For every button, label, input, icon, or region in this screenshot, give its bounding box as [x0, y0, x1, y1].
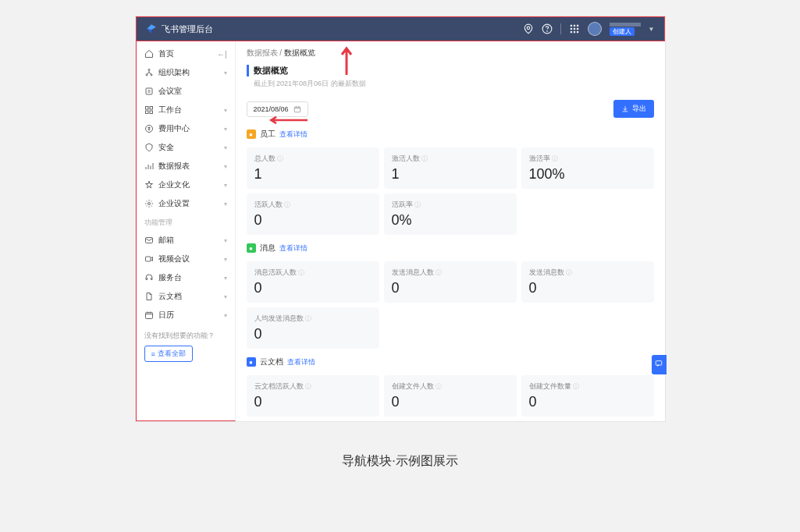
- sidebar-item-service[interactable]: 服务台▾: [137, 268, 235, 287]
- chevron-down-icon[interactable]: ▾: [224, 275, 227, 282]
- group-icon: ●: [247, 129, 256, 139]
- sidebar-item-settings[interactable]: 企业设置▾: [137, 194, 235, 213]
- avatar[interactable]: [588, 22, 602, 36]
- metric-value: 0: [254, 280, 372, 296]
- nav-label: 首页: [158, 48, 174, 59]
- chevron-down-icon[interactable]: ▾: [224, 182, 227, 189]
- svg-rect-19: [150, 111, 153, 114]
- sidebar-section-label: 功能管理: [137, 213, 235, 231]
- collapse-icon[interactable]: ←|: [217, 50, 227, 59]
- security-icon: [144, 143, 154, 152]
- svg-rect-24: [145, 313, 152, 319]
- metric-label: 活跃人数 ⓘ: [254, 200, 372, 210]
- metric-label: 云文档活跃人数 ⓘ: [254, 381, 372, 392]
- help-icon[interactable]: ⓘ: [436, 382, 442, 391]
- metric-value: 0: [392, 394, 509, 410]
- nav-label: 企业设置: [158, 198, 190, 209]
- sidebar-item-meeting[interactable]: 会议室: [137, 82, 235, 101]
- chevron-down-icon[interactable]: ▾: [224, 126, 227, 133]
- svg-point-13: [146, 74, 148, 76]
- cost-icon: [144, 124, 154, 133]
- logo-icon: [146, 23, 157, 34]
- svg-rect-18: [145, 111, 148, 114]
- svg-rect-16: [145, 107, 148, 110]
- group-detail-link[interactable]: 查看详情: [279, 243, 308, 254]
- svg-rect-9: [570, 31, 571, 33]
- svg-rect-11: [576, 31, 578, 33]
- svg-point-12: [148, 69, 150, 71]
- help-icon[interactable]: [542, 23, 553, 34]
- chevron-down-icon[interactable]: ▾: [224, 144, 227, 151]
- view-all-button[interactable]: ≡查看全部: [144, 346, 193, 362]
- svg-point-2: [546, 31, 547, 32]
- date-input[interactable]: 2021/08/06: [247, 101, 308, 117]
- metric-label: 激活率 ⓘ: [529, 154, 646, 164]
- export-button[interactable]: 导出: [613, 100, 654, 118]
- divider: [560, 23, 561, 34]
- chevron-down-icon[interactable]: ▾: [224, 237, 227, 244]
- svg-rect-17: [150, 107, 153, 110]
- sidebar-item-mail[interactable]: 邮箱▾: [137, 231, 235, 250]
- sidebar-item-home[interactable]: 首页←|: [137, 44, 235, 63]
- group-detail-link[interactable]: 查看详情: [287, 357, 315, 367]
- metric-value: 100%: [529, 166, 646, 183]
- svg-point-14: [151, 74, 152, 76]
- help-icon[interactable]: ⓘ: [305, 314, 311, 323]
- help-icon[interactable]: ⓘ: [436, 268, 442, 277]
- user-badge[interactable]: 创建人: [610, 23, 641, 36]
- nav-label: 组织架构: [158, 67, 190, 78]
- logo[interactable]: 飞书管理后台: [146, 23, 213, 35]
- home-icon: [144, 49, 154, 59]
- metric-card: 发送消息人数 ⓘ0: [384, 261, 517, 303]
- apps-icon[interactable]: [569, 23, 580, 34]
- chevron-down-icon[interactable]: ▾: [224, 69, 227, 76]
- metric-card: 激活人数 ⓘ1: [384, 147, 517, 189]
- chevron-down-icon[interactable]: ▾: [224, 293, 227, 300]
- metric-card: 活跃率 ⓘ0%: [384, 193, 517, 235]
- chevron-down-icon[interactable]: ▼: [649, 26, 655, 33]
- culture-icon: [144, 180, 154, 190]
- metric-card: 消息活跃人数 ⓘ0: [247, 261, 379, 303]
- help-icon[interactable]: ⓘ: [277, 154, 283, 163]
- content: 数据报表 / 数据概览 数据概览 截止到 2021年08月06日 的最新数据 2…: [236, 41, 665, 421]
- chevron-down-icon[interactable]: ▾: [224, 107, 227, 114]
- sidebar-item-video[interactable]: 视频会议▾: [137, 250, 235, 268]
- chevron-down-icon[interactable]: ▾: [224, 163, 227, 170]
- settings-icon: [144, 199, 154, 208]
- chevron-down-icon[interactable]: ▾: [224, 256, 227, 263]
- feedback-tab[interactable]: 欢迎反馈: [652, 355, 667, 374]
- help-icon[interactable]: ⓘ: [298, 268, 304, 277]
- sidebar-item-culture[interactable]: 企业文化▾: [137, 176, 235, 194]
- help-icon[interactable]: ⓘ: [573, 382, 579, 391]
- sidebar-item-org[interactable]: 组织架构▾: [137, 63, 235, 82]
- sidebar-item-calendar[interactable]: 日历▾: [137, 306, 235, 325]
- sidebar-item-workspace[interactable]: 工作台▾: [137, 101, 235, 119]
- breadcrumb-parent[interactable]: 数据报表: [247, 48, 278, 57]
- help-icon[interactable]: ⓘ: [305, 382, 311, 391]
- help-icon[interactable]: ⓘ: [284, 200, 290, 209]
- help-icon[interactable]: ⓘ: [552, 154, 558, 163]
- sidebar-item-cost[interactable]: 费用中心▾: [137, 119, 235, 138]
- download-icon: [621, 105, 629, 113]
- metric-label: 总人数 ⓘ: [254, 154, 372, 164]
- group-header: ●消息查看详情: [236, 239, 665, 257]
- help-icon[interactable]: ⓘ: [421, 154, 428, 163]
- svg-rect-10: [573, 31, 574, 33]
- help-icon[interactable]: ⓘ: [414, 200, 421, 209]
- sidebar-item-security[interactable]: 安全▾: [137, 138, 235, 157]
- breadcrumb: 数据报表 / 数据概览: [236, 41, 665, 62]
- metric-value: 0: [254, 394, 372, 410]
- metric-value: 0: [254, 212, 372, 229]
- location-icon[interactable]: [523, 23, 534, 34]
- nav-label: 邮箱: [158, 235, 174, 246]
- header-right: 创建人 ▼: [523, 22, 655, 36]
- sidebar-item-docs[interactable]: 云文档▾: [137, 287, 235, 306]
- svg-rect-4: [573, 25, 574, 27]
- help-icon[interactable]: ⓘ: [566, 268, 572, 277]
- chevron-down-icon[interactable]: ▾: [224, 312, 227, 319]
- group-detail-link[interactable]: 查看详情: [279, 129, 308, 140]
- chevron-down-icon[interactable]: ▾: [224, 200, 227, 207]
- annotation-arrow-up: [339, 44, 354, 75]
- sidebar-item-data[interactable]: 数据报表▾: [137, 157, 235, 176]
- metric-label: 创建文件人数 ⓘ: [392, 381, 509, 392]
